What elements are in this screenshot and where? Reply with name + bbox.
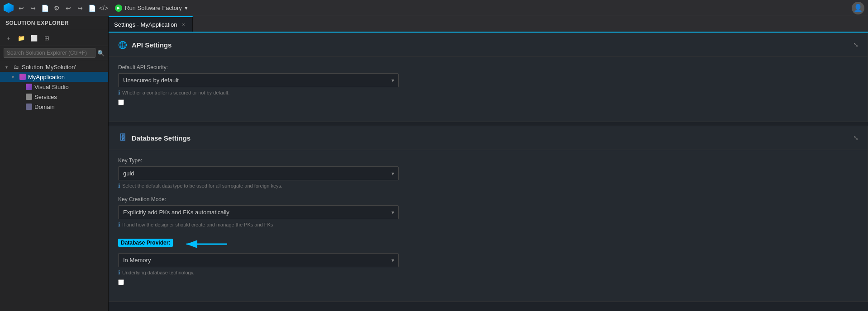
default-api-security-select-wrapper: Unsecured by default Secured by default — [118, 73, 399, 87]
api-security-checkbox-row — [118, 99, 858, 105]
api-settings-body: Default API Security: Unsecured by defau… — [109, 57, 868, 122]
vs-icon — [25, 83, 33, 90]
key-creation-mode-hint-text: If and how the designer should create an… — [122, 222, 273, 227]
tab-bar: Settings - MyApplication × — [109, 16, 868, 33]
services-icon — [25, 93, 33, 100]
play-icon: ▶ — [115, 5, 122, 12]
search-input[interactable] — [4, 48, 95, 58]
key-creation-mode-info-icon: ℹ — [118, 221, 120, 228]
api-settings-expand-button[interactable]: ⤡ — [853, 41, 858, 48]
file-icon[interactable]: 📄 — [88, 4, 96, 12]
database-settings-icon: 🗄 — [118, 133, 127, 142]
tree-label-domain: Domain — [34, 104, 55, 110]
undo2-icon[interactable]: ↩ — [64, 4, 72, 12]
database-provider-hint-text: Underlying database technology. — [122, 270, 194, 275]
key-type-field: Key Type: guid int long ℹ Select the def… — [118, 157, 858, 189]
database-provider-field: Database Provider: — [118, 235, 858, 285]
api-settings-section: 🌐 API Settings ⤡ Default API Security: U… — [109, 33, 868, 122]
database-settings-title-text: Database Settings — [132, 134, 191, 142]
undo-icon[interactable]: ↩ — [17, 4, 25, 12]
tab-close-button[interactable]: × — [180, 21, 187, 28]
grid-icon[interactable]: ⊞ — [42, 33, 52, 43]
default-api-security-hint-text: Whether a controller is secured or not b… — [122, 90, 229, 95]
expand-all-icon[interactable]: ⬜ — [29, 33, 39, 43]
tree-label-services: Services — [34, 94, 57, 100]
database-provider-hint: ℹ Underlying database technology. — [118, 269, 858, 276]
default-api-security-hint: ℹ Whether a controller is secured or not… — [118, 90, 858, 96]
key-creation-mode-label: Key Creation Mode: — [118, 196, 858, 203]
settings-content: 🌐 API Settings ⤡ Default API Security: U… — [109, 33, 868, 311]
tree-item-visualstudio[interactable]: Visual Studio — [0, 82, 108, 92]
settings-icon[interactable]: ⚙ — [52, 4, 61, 12]
tree-item-domain[interactable]: Domain — [0, 102, 108, 112]
run-software-factory-button[interactable]: ▶ Run Software Factory ▾ — [111, 3, 191, 14]
add-item-button[interactable]: + — [4, 33, 14, 43]
tree-item-myapplication[interactable]: ▾ MyApplication — [0, 72, 108, 82]
api-settings-title: 🌐 API Settings — [118, 40, 172, 49]
key-creation-mode-field: Key Creation Mode: Explicitly add PKs an… — [118, 196, 858, 228]
tree-label-vs: Visual Studio — [34, 84, 69, 90]
key-type-info-icon: ℹ — [118, 183, 120, 189]
sidebar: Solution Explorer + 📁 ⬜ ⊞ 🔍 ▾ 🗂 Solution… — [0, 16, 109, 311]
key-type-select-wrapper: guid int long — [118, 166, 399, 180]
redo-icon[interactable]: ↪ — [29, 4, 37, 12]
database-provider-label-row: Database Provider: — [118, 235, 858, 253]
user-avatar[interactable]: 👤 — [852, 2, 864, 14]
default-api-security-label: Default API Security: — [118, 64, 858, 71]
search-button[interactable]: 🔍 — [97, 50, 105, 57]
default-api-security-field: Default API Security: Unsecured by defau… — [118, 64, 858, 105]
database-provider-select-wrapper: In Memory SQL Server PostgreSQL MySQL SQ… — [118, 253, 399, 267]
database-provider-info-icon: ℹ — [118, 269, 120, 276]
sidebar-toolbar: + 📁 ⬜ ⊞ — [0, 30, 108, 46]
code-icon[interactable]: </> — [100, 4, 108, 12]
database-settings-title: 🗄 Database Settings — [118, 133, 191, 142]
tree-item-solution[interactable]: ▾ 🗂 Solution 'MySolution' — [0, 62, 108, 72]
sidebar-title: Solution Explorer — [0, 16, 108, 30]
api-security-checkbox[interactable] — [118, 99, 124, 105]
file-new-icon[interactable]: 📄 — [41, 4, 49, 12]
api-settings-icon: 🌐 — [118, 40, 127, 49]
key-type-select[interactable]: guid int long — [118, 166, 399, 180]
app-logo-icon — [4, 3, 14, 13]
tree-container: ▾ 🗂 Solution 'MySolution' ▾ MyApplicatio… — [0, 60, 108, 311]
key-type-hint: ℹ Select the default data type to be use… — [118, 183, 858, 189]
database-provider-select[interactable]: In Memory SQL Server PostgreSQL MySQL SQ… — [118, 253, 399, 267]
database-provider-label: Database Provider: — [118, 239, 173, 247]
database-settings-header: 🗄 Database Settings ⤡ — [109, 126, 868, 150]
database-provider-checkbox-row — [118, 279, 858, 285]
tree-arrow-myapp: ▾ — [12, 75, 17, 80]
myapp-icon — [19, 73, 26, 80]
solution-icon: 🗂 — [13, 63, 20, 71]
key-type-label: Key Type: — [118, 157, 858, 164]
tab-settings-myapplication[interactable]: Settings - MyApplication × — [109, 16, 193, 32]
content-area: Settings - MyApplication × 🌐 API Setting… — [109, 16, 868, 311]
info-icon: ℹ — [118, 90, 120, 96]
database-settings-section: 🗄 Database Settings ⤡ Key Type: guid int — [109, 126, 868, 302]
key-creation-mode-hint: ℹ If and how the designer should create … — [118, 221, 858, 228]
run-button-label: Run Software Factory — [125, 5, 182, 11]
run-button-dropdown-icon: ▾ — [185, 5, 188, 11]
redo2-icon[interactable]: ↪ — [76, 4, 84, 12]
api-settings-title-text: API Settings — [132, 41, 172, 49]
database-settings-expand-button[interactable]: ⤡ — [853, 134, 858, 141]
key-creation-mode-select[interactable]: Explicitly add PKs and FKs automatically… — [118, 205, 399, 219]
key-type-hint-text: Select the default data type to be used … — [122, 183, 282, 188]
domain-icon — [25, 103, 33, 110]
folder-icon[interactable]: 📁 — [16, 33, 26, 43]
main-container: Solution Explorer + 📁 ⬜ ⊞ 🔍 ▾ 🗂 Solution… — [0, 16, 868, 311]
api-settings-header: 🌐 API Settings ⤡ — [109, 33, 868, 57]
database-settings-body: Key Type: guid int long ℹ Select the def… — [109, 150, 868, 302]
tree-item-services[interactable]: Services — [0, 92, 108, 102]
default-api-security-select[interactable]: Unsecured by default Secured by default — [118, 73, 399, 87]
search-bar: 🔍 — [0, 46, 108, 60]
tab-label: Settings - MyApplication — [114, 21, 177, 28]
toolbar: ↩ ↪ 📄 ⚙ ↩ ↪ 📄 </> ▶ Run Software Factory… — [0, 0, 868, 16]
key-creation-mode-select-wrapper: Explicitly add PKs and FKs automatically… — [118, 205, 399, 219]
tree-label-solution: Solution 'MySolution' — [22, 64, 76, 71]
database-provider-checkbox[interactable] — [118, 279, 124, 285]
cyan-arrow-annotation — [177, 235, 232, 253]
tree-arrow-solution: ▾ — [5, 65, 11, 70]
tree-label-myapp: MyApplication — [28, 74, 65, 80]
